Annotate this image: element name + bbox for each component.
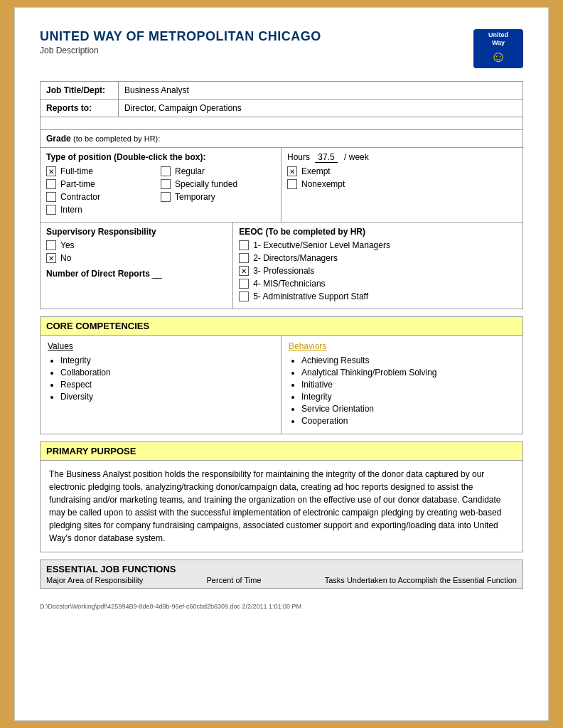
core-competencies-header: CORE COMPETENCIES — [40, 316, 523, 336]
position-col-right: Regular Specially funded Temporary — [161, 166, 275, 218]
behavior-cooperation: Cooperation — [301, 416, 515, 426]
temporary-checkbox[interactable] — [161, 192, 171, 202]
eeoc-1-checkbox[interactable] — [239, 240, 249, 250]
job-title-label: Job Title/Dept: — [41, 82, 119, 100]
values-section: Values Integrity Collaboration Respect D… — [41, 336, 282, 434]
grade-row: Grade (to be completed by HR): — [41, 130, 523, 148]
supervisory-no-row[interactable]: No — [46, 253, 227, 263]
temporary-row[interactable]: Temporary — [161, 192, 275, 202]
parttime-checkbox[interactable] — [46, 179, 56, 189]
primary-purpose-header: PRIMARY PURPOSE — [40, 441, 523, 461]
logo-person-icon: ☺ — [490, 48, 506, 66]
contractor-label: Contractor — [60, 192, 100, 202]
supervisory-title: Supervisory Responsibility — [46, 227, 227, 237]
eeoc-1-label: 1- Executive/Senior Level Managers — [253, 240, 390, 250]
eeoc-5-checkbox[interactable] — [239, 291, 249, 301]
intern-label: Intern — [60, 205, 82, 215]
supervisory-eeoc-section: Supervisory Responsibility Yes No Number… — [40, 223, 523, 309]
grade-note: (to be completed by HR): — [73, 134, 160, 143]
job-info-table: Job Title/Dept: Business Analyst Reports… — [40, 81, 523, 148]
header-title: UNITED WAY OF METROPOLITAN CHICAGO Job D… — [40, 29, 321, 55]
contractor-checkbox[interactable] — [46, 192, 56, 202]
empty-row — [41, 117, 523, 130]
exempt-checkbox[interactable] — [287, 166, 297, 176]
grade-label: Grade — [46, 134, 71, 144]
eeoc-4-row[interactable]: 4- MIS/Technicians — [239, 279, 517, 289]
essential-functions-cols: Major Area of Responsibility Percent of … — [46, 576, 517, 584]
nonexempt-label: Nonexempt — [301, 179, 345, 189]
fulltime-checkbox[interactable] — [46, 166, 56, 176]
position-row: Type of position (Double-click the box):… — [41, 148, 522, 222]
nonexempt-row[interactable]: Nonexempt — [287, 179, 517, 189]
job-title-row: Job Title/Dept: Business Analyst — [41, 82, 523, 100]
intern-row[interactable]: Intern — [46, 205, 161, 215]
behavior-service-orientation: Service Orientation — [301, 404, 515, 414]
eeoc-3-row[interactable]: 3- Professionals — [239, 266, 517, 276]
parttime-label: Part-time — [60, 179, 95, 189]
behaviors-title: Behaviors — [289, 341, 515, 351]
specially-funded-label: Specially funded — [175, 179, 237, 189]
eeoc-3-label: 3- Professionals — [253, 266, 314, 276]
eeoc-section: EEOC (To be completed by HR) 1- Executiv… — [233, 223, 522, 309]
eeoc-3-checkbox[interactable] — [239, 266, 249, 276]
essential-col1: Major Area of Responsibility — [46, 576, 143, 584]
logo: UnitedWay ☺ — [473, 29, 523, 68]
direct-reports-label: Number of Direct Reports — [46, 269, 150, 279]
position-type-title: Type of position (Double-click the box): — [46, 152, 275, 162]
essential-col3: Tasks Undertaken to Accomplish the Essen… — [325, 576, 517, 584]
supervisory-yes-checkbox[interactable] — [46, 240, 56, 250]
logo-text: UnitedWay — [488, 31, 508, 46]
contractor-row[interactable]: Contractor — [46, 192, 161, 202]
specially-funded-row[interactable]: Specially funded — [161, 179, 275, 189]
essential-functions-title: ESSENTIAL JOB FUNCTIONS — [46, 564, 517, 574]
direct-reports: Number of Direct Reports __ — [46, 269, 227, 279]
hours-section: Hours 37.5 / week Exempt Nonexempt — [282, 148, 522, 222]
competencies-body: Values Integrity Collaboration Respect D… — [40, 336, 523, 434]
eeoc-4-checkbox[interactable] — [239, 279, 249, 289]
nonexempt-checkbox[interactable] — [287, 179, 297, 189]
position-section: Type of position (Double-click the box):… — [40, 148, 523, 223]
primary-purpose-body: The Business Analyst position holds the … — [40, 461, 523, 552]
specially-funded-checkbox[interactable] — [161, 179, 171, 189]
position-checkboxes: Full-time Part-time Contractor Inte — [46, 166, 275, 218]
behavior-achieving-results: Achieving Results — [301, 355, 515, 365]
regular-label: Regular — [175, 166, 205, 176]
behaviors-list: Achieving Results Analytical Thinking/Pr… — [289, 355, 515, 426]
values-list: Integrity Collaboration Respect Diversit… — [48, 355, 274, 402]
value-diversity: Diversity — [60, 392, 274, 402]
hours-line: Hours 37.5 / week — [287, 152, 517, 162]
supervisory-yes-row[interactable]: Yes — [46, 240, 227, 250]
eeoc-1-row[interactable]: 1- Executive/Senior Level Managers — [239, 240, 517, 250]
reports-to-row: Reports to: Director, Campaign Operation… — [41, 100, 523, 117]
hours-unit: / week — [344, 152, 369, 162]
position-col-left: Full-time Part-time Contractor Inte — [46, 166, 161, 218]
doc-subtitle: Job Description — [40, 46, 321, 55]
supervisory-no-label: No — [60, 253, 71, 263]
essential-col2: Percent of Time — [207, 576, 262, 584]
temporary-label: Temporary — [175, 192, 215, 202]
eeoc-4-label: 4- MIS/Technicians — [253, 279, 325, 289]
essential-functions-header: ESSENTIAL JOB FUNCTIONS Major Area of Re… — [40, 560, 523, 589]
regular-row[interactable]: Regular — [161, 166, 275, 176]
behaviors-section: Behaviors Achieving Results Analytical T… — [282, 336, 522, 434]
fulltime-row[interactable]: Full-time — [46, 166, 161, 176]
regular-checkbox[interactable] — [161, 166, 171, 176]
primary-purpose-text: The Business Analyst position holds the … — [49, 468, 514, 545]
direct-reports-value: __ — [152, 269, 161, 279]
eeoc-2-row[interactable]: 2- Directors/Managers — [239, 253, 517, 263]
reports-to-value: Director, Campaign Operations — [119, 100, 523, 117]
intern-checkbox[interactable] — [46, 205, 56, 215]
value-collaboration: Collaboration — [60, 368, 274, 378]
parttime-row[interactable]: Part-time — [46, 179, 161, 189]
eeoc-5-row[interactable]: 5- Administrative Support Staff — [239, 291, 517, 301]
footer-path: D:\Docstor\Working\pdf\425994B9-8de8-4d8… — [40, 603, 523, 610]
position-left: Type of position (Double-click the box):… — [41, 148, 282, 222]
exempt-row[interactable]: Exempt — [287, 166, 517, 176]
supervisory-no-checkbox[interactable] — [46, 253, 56, 263]
page: UNITED WAY OF METROPOLITAN CHICAGO Job D… — [14, 7, 549, 721]
hours-value: 37.5 — [315, 152, 337, 163]
eeoc-2-checkbox[interactable] — [239, 253, 249, 263]
fulltime-label: Full-time — [60, 166, 93, 176]
exempt-label: Exempt — [301, 166, 331, 176]
eeoc-title: EEOC (To be completed by HR) — [239, 227, 517, 237]
